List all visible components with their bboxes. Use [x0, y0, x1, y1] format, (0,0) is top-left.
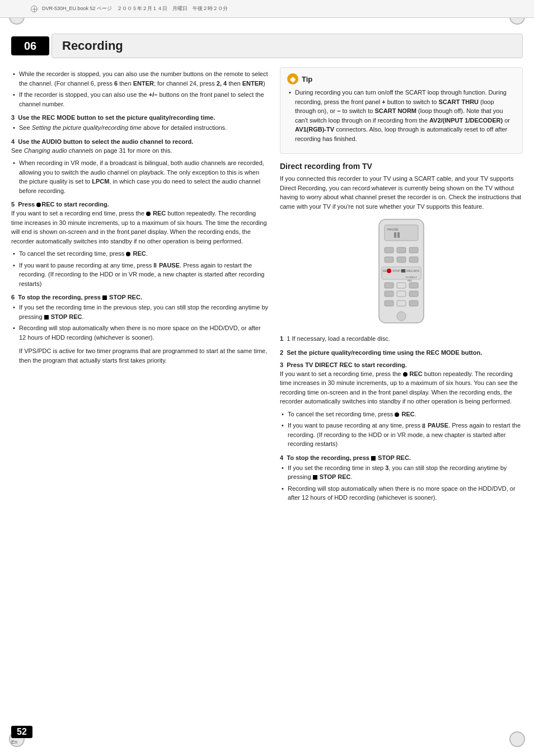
left-column: While the recorder is stopped, you can a… [11, 67, 269, 722]
tip-icon: ◆ [287, 73, 298, 84]
svg-rect-26 [397, 300, 406, 306]
tip-label: Tip [302, 75, 312, 83]
dr-step3-body: If you want to set a recording time, pre… [280, 369, 523, 406]
step5-bullet2: If you want to pause recording at any ti… [11, 261, 269, 289]
step5-body: If you want to set a recording end time,… [11, 209, 269, 246]
svg-text:REC: REC [407, 279, 413, 282]
direct-recording-title: Direct recording from TV [280, 162, 523, 171]
step4-bullets: When recording in VR mode, if a broadcas… [11, 158, 269, 195]
dr-step4-bullet2: Recording will stop automatically when t… [280, 484, 523, 503]
svg-text:PAUSE: PAUSE [387, 228, 399, 231]
step3-bullet: See Setting the picture quality/recordin… [11, 123, 269, 133]
svg-rect-18 [397, 283, 406, 288]
intro-bullet-1: While the recorder is stopped, you can a… [11, 69, 269, 88]
dr-step3-bullet2: If you want to pause recording at any ti… [280, 421, 523, 449]
step5-bullets: To cancel the set recording time, press … [11, 249, 269, 288]
svg-rect-15 [401, 269, 405, 273]
svg-rect-10 [409, 257, 418, 262]
step3-heading: 3 Use the REC MODE button to set the pic… [11, 114, 269, 121]
step5-bullet1: To cancel the set recording time, press … [11, 249, 269, 259]
step6-bullet2: Recording will stop automatically when t… [11, 323, 269, 342]
dr-step3-heading: 3 Press TV DIRECT REC to start recording… [280, 361, 523, 368]
tip-bullets: During recording you can turn on/off the… [287, 88, 516, 143]
svg-rect-22 [409, 291, 418, 297]
step6-bullets: If you set the recording time in the pre… [11, 303, 269, 342]
page-footer: 52 En [11, 726, 32, 745]
svg-rect-3 [409, 247, 418, 253]
svg-rect-8 [385, 257, 394, 262]
svg-rect-17 [385, 283, 394, 288]
remote-svg: PAUSE REC STOP REC REC/ADV [365, 217, 438, 328]
corner-br [506, 728, 528, 750]
step4-heading: 4 Use the AUDIO button to select the aud… [11, 138, 269, 145]
dr-step4-bullets: If you set the recording time in step 3,… [280, 463, 523, 503]
svg-rect-25 [385, 300, 394, 306]
step4-bullet: When recording in VR mode, if a broadcas… [11, 158, 269, 195]
svg-point-13 [387, 269, 391, 273]
title-bar: Recording [51, 34, 523, 58]
dr-step3-bullets: To cancel the set recording time, press … [280, 410, 523, 449]
page-title: Recording [62, 39, 123, 53]
header-bar: DVR-530H_EU.book 52 ページ ２００５年２月１４日 月曜日 午… [0, 0, 534, 18]
svg-text:TV DIRECT: TV DIRECT [405, 276, 418, 279]
intro-bullets: While the recorder is stopped, you can a… [11, 69, 269, 109]
svg-rect-1 [385, 247, 394, 253]
right-column: ◆ Tip During recording you can turn on/o… [280, 67, 523, 722]
step4-body: See Changing audio channels on page 31 f… [11, 146, 269, 156]
tip-bullet: During recording you can turn on/off the… [287, 88, 516, 143]
step5-heading: 5 Press REC to start recording. [11, 201, 269, 208]
svg-rect-19 [409, 283, 418, 288]
step3-bullets: See Setting the picture quality/recordin… [11, 123, 269, 133]
svg-rect-21 [397, 291, 406, 297]
remote-image: PAUSE REC STOP REC REC/ADV [280, 217, 523, 328]
page-number: 52 [11, 726, 32, 738]
step6-heading: 6 To stop the recording, press STOP REC. [11, 294, 269, 300]
chapter-number: 06 [11, 36, 49, 55]
file-info: DVR-530H_EU.book 52 ページ ２００５年２月１４日 月曜日 午… [42, 5, 228, 12]
crosshair-icon [31, 6, 38, 12]
svg-point-28 [397, 312, 406, 321]
dr-step1: 1 1 If necessary, load a recordable disc… [280, 334, 523, 344]
svg-rect-27 [409, 300, 418, 306]
svg-rect-20 [385, 291, 394, 297]
svg-rect-9 [397, 257, 406, 262]
intro-bullet-2: If the recorder is stopped, you can also… [11, 90, 269, 109]
svg-rect-6 [394, 232, 396, 238]
page-lang: En [11, 739, 17, 745]
dr-step2-heading: 2 Set the picture quality/recording time… [280, 349, 523, 356]
svg-text:REC/ADV: REC/ADV [407, 269, 420, 273]
svg-rect-7 [397, 232, 400, 238]
dr-step4-heading: 4 To stop the recording, press STOP REC. [280, 454, 523, 461]
content-area: While the recorder is stopped, you can a… [11, 67, 523, 722]
step6-vps: If VPS/PDC is active for two timer progr… [19, 346, 269, 365]
dr-step3-bullet1: To cancel the set recording time, press … [280, 410, 523, 419]
svg-rect-2 [397, 247, 406, 253]
dr-step4-bullet1: If you set the recording time in step 3,… [280, 463, 523, 482]
direct-body: If you connected this recorder to your T… [280, 174, 523, 211]
tip-header: ◆ Tip [287, 73, 516, 84]
step6-bullet1: If you set the recording time in the pre… [11, 303, 269, 321]
tip-box: ◆ Tip During recording you can turn on/o… [280, 67, 523, 154]
